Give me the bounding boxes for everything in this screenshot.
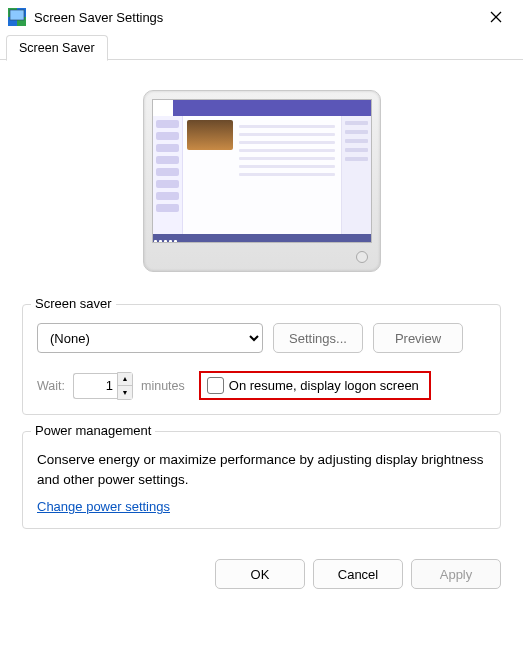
- tab-screen-saver[interactable]: Screen Saver: [6, 35, 108, 61]
- app-icon: [8, 8, 26, 26]
- monitor-frame: [143, 90, 381, 272]
- wait-down-button[interactable]: ▼: [118, 386, 132, 399]
- monitor-screen: [152, 99, 372, 243]
- resume-checkbox[interactable]: [207, 377, 224, 394]
- screensaver-select[interactable]: (None): [37, 323, 263, 353]
- tab-content: Screen saver (None) Settings... Preview …: [0, 60, 523, 549]
- power-management-text: Conserve energy or maximize performance …: [37, 450, 486, 489]
- dialog-buttons: OK Cancel Apply: [0, 549, 523, 589]
- preview-button[interactable]: Preview: [373, 323, 463, 353]
- change-power-settings-link[interactable]: Change power settings: [37, 499, 170, 514]
- wait-units-label: minutes: [141, 379, 185, 393]
- cancel-button[interactable]: Cancel: [313, 559, 403, 589]
- wait-spinner[interactable]: ▲ ▼: [73, 372, 133, 400]
- resume-checkbox-label: On resume, display logon screen: [229, 378, 419, 393]
- window-title: Screen Saver Settings: [34, 10, 477, 25]
- close-icon: [490, 11, 502, 23]
- svg-rect-4: [10, 10, 24, 20]
- resume-highlight-box: On resume, display logon screen: [199, 371, 431, 400]
- power-management-legend: Power management: [31, 423, 155, 438]
- tab-bar: Screen Saver: [0, 34, 523, 60]
- preview-area: [22, 72, 501, 298]
- screen-saver-legend: Screen saver: [31, 296, 116, 311]
- power-management-group: Power management Conserve energy or maxi…: [22, 431, 501, 529]
- ok-button[interactable]: OK: [215, 559, 305, 589]
- wait-label: Wait:: [37, 379, 65, 393]
- wait-input[interactable]: [73, 373, 117, 399]
- screen-saver-group: Screen saver (None) Settings... Preview …: [22, 304, 501, 415]
- settings-button[interactable]: Settings...: [273, 323, 363, 353]
- wait-up-button[interactable]: ▲: [118, 373, 132, 386]
- monitor-power-icon: [356, 251, 368, 263]
- close-button[interactable]: [477, 3, 515, 31]
- apply-button[interactable]: Apply: [411, 559, 501, 589]
- title-bar: Screen Saver Settings: [0, 0, 523, 34]
